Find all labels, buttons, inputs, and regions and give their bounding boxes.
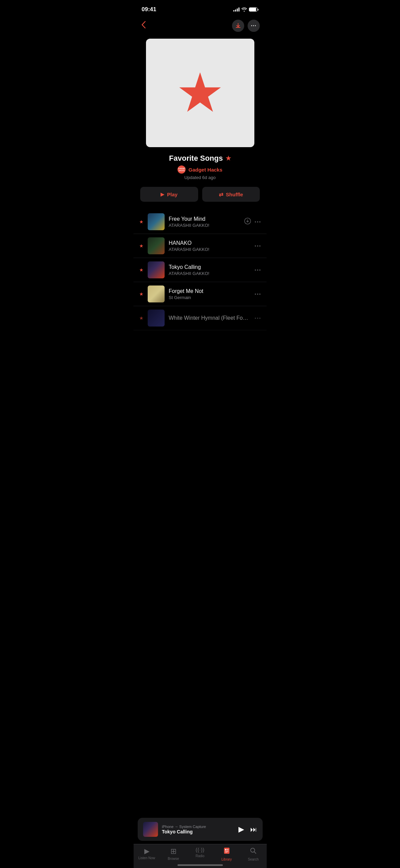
updated-text: Updated 6d ago — [140, 175, 260, 180]
track-info: White Winter Hymnal (Fleet Foxes Cover) — [169, 315, 250, 321]
status-time: 09:41 — [142, 6, 156, 13]
track-actions: ··· — [254, 242, 261, 250]
album-art-container: ★ — [133, 35, 267, 154]
track-more-icon[interactable]: ··· — [254, 314, 261, 322]
track-actions: ··· — [254, 290, 261, 298]
track-download-icon[interactable] — [244, 218, 251, 226]
track-thumbnail — [148, 285, 165, 302]
track-more-icon[interactable]: ··· — [254, 266, 261, 274]
track-item[interactable]: ★ HANAKO ATARASHII GAKKO! ··· — [133, 234, 267, 258]
track-title: Tokyo Calling — [169, 264, 250, 270]
track-info: Forget Me Not St Germain — [169, 288, 250, 300]
track-star-icon: ★ — [139, 219, 144, 224]
track-info: Free Your Mind ATARASHII GAKKO! — [169, 216, 240, 228]
album-art: ★ — [146, 39, 254, 147]
track-list: ★ Free Your Mind ATARASHII GAKKO! ··· ★ … — [133, 210, 267, 330]
playlist-title: Favorite Songs ★ — [140, 154, 260, 163]
track-item[interactable]: ★ Free Your Mind ATARASHII GAKKO! ··· — [133, 210, 267, 234]
signal-icon — [233, 7, 239, 12]
track-actions: ··· — [254, 314, 261, 322]
track-artist: St Germain — [169, 295, 250, 300]
nav-actions: ··· — [232, 20, 260, 32]
track-thumbnail — [148, 310, 165, 327]
track-thumbnail — [148, 237, 165, 254]
track-star-icon: ★ — [139, 291, 144, 297]
shuffle-icon: ⇄ — [219, 191, 223, 198]
curator-row: GADGETHACKS Gadget Hacks — [140, 165, 260, 174]
back-button[interactable] — [140, 20, 147, 32]
track-artist: ATARASHII GAKKO! — [169, 271, 250, 276]
more-options-button[interactable]: ··· — [248, 20, 260, 32]
curator-badge: GADGETHACKS — [177, 165, 186, 174]
shuffle-button[interactable]: ⇄ Shuffle — [202, 187, 260, 202]
track-artist: ATARASHII GAKKO! — [169, 247, 250, 252]
curator-name[interactable]: Gadget Hacks — [188, 167, 222, 173]
track-artist: ATARASHII GAKKO! — [169, 223, 240, 228]
track-item[interactable]: ★ Forget Me Not St Germain ··· — [133, 282, 267, 306]
track-more-icon[interactable]: ··· — [254, 290, 261, 298]
wifi-icon — [241, 7, 247, 12]
track-thumbnail — [148, 261, 165, 278]
track-title: Forget Me Not — [169, 288, 250, 294]
track-actions: ··· — [244, 218, 261, 226]
battery-icon — [249, 7, 258, 12]
play-button[interactable]: ▶ Play — [140, 187, 198, 202]
playlist-star-icon: ★ — [226, 155, 231, 162]
track-star-icon: ★ — [139, 267, 144, 273]
download-button[interactable] — [232, 20, 244, 32]
track-star-icon: ★ — [139, 243, 144, 249]
track-info: Tokyo Calling ATARASHII GAKKO! — [169, 264, 250, 276]
track-item[interactable]: ★ White Winter Hymnal (Fleet Foxes Cover… — [133, 306, 267, 330]
playlist-info: Favorite Songs ★ GADGETHACKS Gadget Hack… — [133, 154, 267, 187]
track-more-icon[interactable]: ··· — [254, 218, 261, 226]
track-title: White Winter Hymnal (Fleet Foxes Cover) — [169, 315, 250, 321]
track-title: HANAKO — [169, 240, 250, 246]
track-title: Free Your Mind — [169, 216, 240, 222]
nav-bar: ··· — [133, 17, 267, 35]
track-star-icon: ★ — [139, 315, 144, 321]
action-buttons: ▶ Play ⇄ Shuffle — [133, 187, 267, 210]
track-thumbnail — [148, 213, 165, 230]
track-more-icon[interactable]: ··· — [254, 242, 261, 250]
status-icons — [233, 7, 258, 12]
track-actions: ··· — [254, 266, 261, 274]
track-item[interactable]: ★ Tokyo Calling ATARASHII GAKKO! ··· — [133, 258, 267, 282]
status-bar: 09:41 — [133, 0, 267, 17]
star-artwork: ★ — [176, 66, 224, 120]
track-info: HANAKO ATARASHII GAKKO! — [169, 240, 250, 252]
play-icon: ▶ — [161, 192, 164, 197]
